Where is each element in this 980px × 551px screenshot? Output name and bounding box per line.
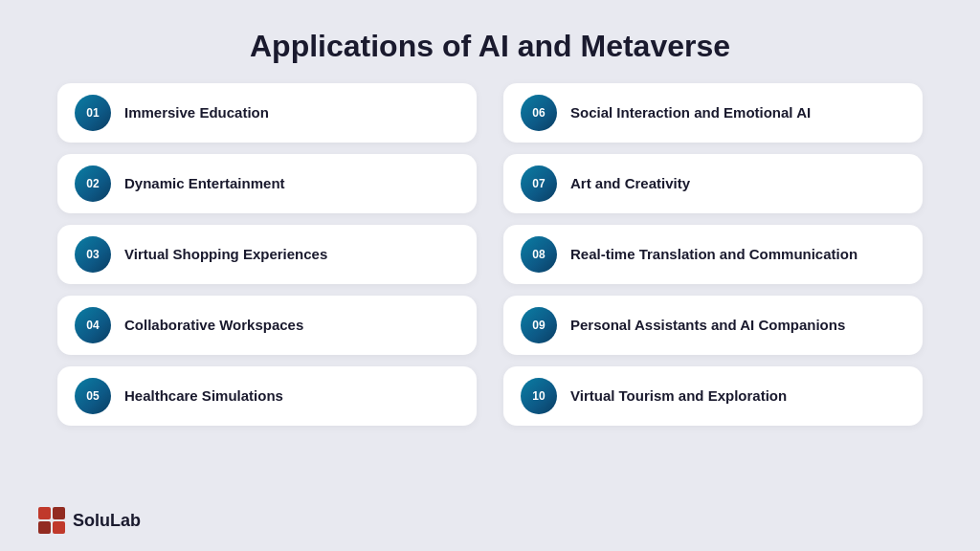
logo-area: SoluLab — [38, 507, 141, 534]
logo-sq4 — [53, 521, 65, 534]
card-label-08: Real-time Translation and Communication — [570, 245, 858, 264]
card-label-02: Dynamic Entertainment — [124, 174, 285, 193]
card-badge-03: 03 — [75, 236, 111, 273]
card-badge-02: 02 — [75, 165, 111, 202]
card-label-10: Virtual Tourism and Exploration — [570, 386, 787, 406]
card-label-06: Social Interaction and Emotional AI — [570, 103, 811, 122]
card-badge-01: 01 — [75, 95, 111, 131]
card-badge-04: 04 — [75, 307, 111, 343]
logo-text: SoluLab — [73, 511, 141, 531]
card-item-07: 07Art and Creativity — [503, 154, 923, 213]
card-label-07: Art and Creativity — [570, 174, 690, 193]
card-label-04: Collaborative Workspaces — [124, 316, 303, 335]
card-item-01: 01Immersive Education — [57, 83, 477, 143]
card-label-01: Immersive Education — [124, 103, 269, 122]
logo-sq1 — [38, 507, 51, 519]
cards-grid: 01Immersive Education06Social Interactio… — [0, 83, 980, 426]
page-title: Applications of AI and Metaverse — [250, 29, 730, 64]
card-item-02: 02Dynamic Entertainment — [57, 154, 477, 213]
card-badge-07: 07 — [521, 165, 557, 202]
card-badge-09: 09 — [521, 307, 557, 343]
card-badge-08: 08 — [521, 236, 557, 273]
card-label-09: Personal Assistants and AI Companions — [570, 316, 845, 335]
card-item-09: 09Personal Assistants and AI Companions — [503, 296, 923, 355]
card-item-04: 04Collaborative Workspaces — [57, 296, 477, 355]
card-badge-05: 05 — [75, 378, 111, 414]
card-item-08: 08Real-time Translation and Communicatio… — [503, 225, 923, 284]
logo-icon — [38, 507, 65, 534]
logo-sq3 — [38, 521, 51, 534]
card-item-10: 10Virtual Tourism and Exploration — [503, 366, 923, 426]
card-item-03: 03Virtual Shopping Experiences — [57, 225, 477, 284]
card-item-06: 06Social Interaction and Emotional AI — [503, 83, 923, 143]
card-label-03: Virtual Shopping Experiences — [124, 245, 327, 264]
logo-sq2 — [53, 507, 65, 519]
card-label-05: Healthcare Simulations — [124, 386, 283, 406]
card-badge-06: 06 — [521, 95, 557, 131]
card-badge-10: 10 — [521, 378, 557, 414]
card-item-05: 05Healthcare Simulations — [57, 366, 477, 426]
